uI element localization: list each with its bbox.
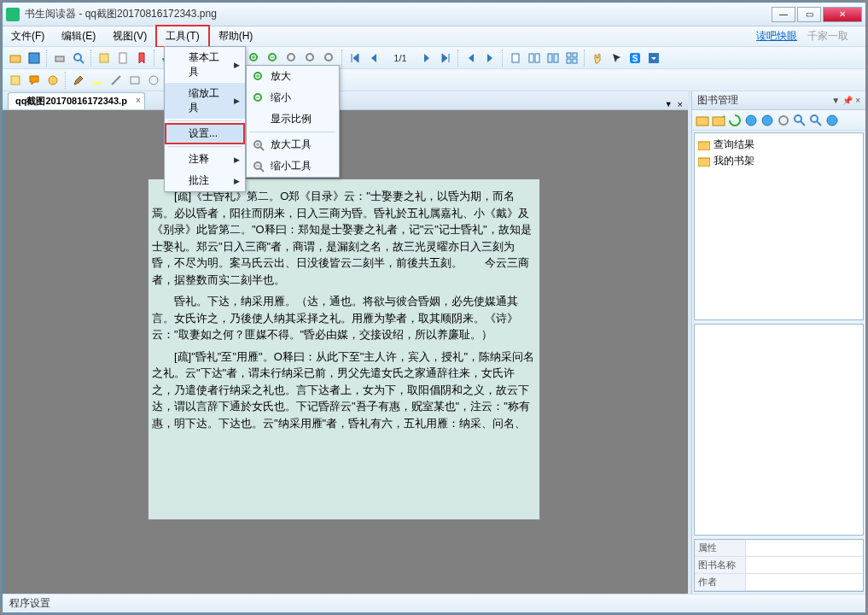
- menu-tools[interactable]: 工具(T): [155, 25, 209, 48]
- pointer-icon[interactable]: [608, 50, 625, 67]
- panel-title: 图书管理: [697, 93, 738, 108]
- layout2-icon[interactable]: [526, 50, 543, 67]
- menu-view[interactable]: 视图(V): [104, 26, 155, 46]
- svg-rect-29: [93, 82, 102, 85]
- highlight-icon[interactable]: [89, 72, 106, 89]
- pen-icon[interactable]: [70, 72, 87, 89]
- tab-close-icon[interactable]: ×: [136, 96, 141, 105]
- svg-line-40: [801, 121, 805, 126]
- svg-point-41: [811, 115, 818, 122]
- next-page-icon[interactable]: [418, 50, 435, 67]
- first-page-icon[interactable]: [347, 50, 364, 67]
- note-icon[interactable]: [7, 72, 24, 89]
- print-icon[interactable]: [51, 50, 68, 67]
- zoom-out-tool-icon: [252, 160, 265, 173]
- props-header: 属性: [695, 540, 746, 556]
- panel-dropdown-icon[interactable]: ▼: [831, 96, 840, 105]
- open-icon[interactable]: [7, 50, 24, 67]
- main-toolbar: 1/1 S: [3, 47, 865, 69]
- search2-icon[interactable]: [793, 114, 807, 127]
- submenu-zoom-in-tool[interactable]: 放大工具: [247, 134, 339, 155]
- props-name-value: [746, 557, 863, 573]
- library-toolbar: +: [692, 110, 865, 131]
- library-tree[interactable]: 查询结果 我的书架: [694, 132, 864, 320]
- svg-rect-0: [10, 56, 20, 62]
- nav-fwd-icon[interactable]: [481, 50, 498, 67]
- stamp-icon[interactable]: [44, 72, 61, 89]
- svg-text:S: S: [632, 54, 638, 63]
- read-link[interactable]: 读吧快眼: [756, 29, 797, 44]
- zoom-more-icon[interactable]: [321, 50, 338, 67]
- globe3-icon[interactable]: [825, 114, 839, 127]
- svg-point-3: [74, 54, 81, 61]
- layout4-icon[interactable]: [563, 50, 580, 67]
- panel-pin-icon[interactable]: 📌: [842, 96, 853, 105]
- submenu-ratio[interactable]: 显示比例: [247, 108, 339, 130]
- svg-rect-16: [529, 54, 533, 62]
- menu-markup[interactable]: 批注▶: [165, 170, 245, 191]
- dropdown-icon[interactable]: [645, 50, 662, 67]
- page-icon[interactable]: [114, 50, 131, 67]
- document-view[interactable]: [疏]《士昏礼》第二。O郑《目录》云："士娶妻之礼，以昏为期，而名焉。必以昏者，…: [3, 110, 688, 594]
- menu-settings[interactable]: 设置...: [165, 123, 245, 144]
- folder-icon[interactable]: [696, 114, 709, 127]
- skype-icon[interactable]: S: [626, 50, 644, 67]
- svg-rect-15: [512, 54, 519, 62]
- tab-close-all-icon[interactable]: ×: [678, 99, 683, 109]
- svg-rect-23: [573, 59, 577, 63]
- submenu-zoom-out-tool[interactable]: 缩小工具: [247, 155, 339, 177]
- circle-icon[interactable]: [145, 72, 162, 89]
- submenu-zoom-in[interactable]: 放大: [247, 66, 339, 87]
- minimize-button[interactable]: —: [772, 7, 795, 22]
- paragraph: [疏]"昏礼"至"用雁"。O释曰：从此下至"主人许，宾入，授礼"，陈纳采问名之礼…: [152, 348, 536, 432]
- rect-icon[interactable]: [126, 72, 143, 89]
- tree-item-search-results[interactable]: 查询结果: [698, 137, 859, 153]
- document-tabs: qq截图20170816172343.p × ▼ ×: [3, 91, 688, 110]
- menu-zoom-tools[interactable]: 缩放工具▶: [165, 83, 245, 119]
- menu-annotate[interactable]: 注释▶: [165, 149, 245, 170]
- document-tab[interactable]: qq截图20170816172343.p ×: [8, 92, 145, 109]
- layout1-icon[interactable]: [507, 50, 524, 67]
- line-icon[interactable]: [108, 72, 125, 89]
- tab-dropdown-icon[interactable]: ▼: [665, 100, 673, 108]
- hand-icon[interactable]: [589, 50, 606, 67]
- submenu-zoom-out[interactable]: 缩小: [247, 87, 339, 108]
- new-folder-icon[interactable]: +: [712, 114, 725, 127]
- search3-icon[interactable]: [809, 114, 823, 127]
- zoom-in-icon[interactable]: [246, 50, 263, 67]
- prev-page-icon[interactable]: [365, 50, 382, 67]
- svg-rect-17: [535, 54, 539, 62]
- save-icon[interactable]: [26, 50, 43, 67]
- zoom-fit-icon[interactable]: [283, 50, 300, 67]
- props-author-value: [746, 574, 863, 590]
- bookmark-icon[interactable]: [133, 50, 150, 67]
- menu-basic-tools[interactable]: 基本工具▶: [165, 47, 245, 83]
- search-icon[interactable]: [70, 50, 87, 67]
- layout3-icon[interactable]: [545, 50, 562, 67]
- comment-icon[interactable]: [26, 72, 43, 89]
- menu-file[interactable]: 文件(F): [3, 26, 53, 46]
- library-list[interactable]: [694, 324, 864, 536]
- svg-rect-21: [573, 53, 577, 57]
- zoom-width-icon[interactable]: [302, 50, 319, 67]
- panel-close-icon[interactable]: ×: [855, 96, 860, 105]
- maximize-button[interactable]: ▭: [797, 7, 821, 22]
- svg-point-32: [149, 76, 158, 85]
- zoom-out-icon[interactable]: [265, 50, 282, 67]
- tree-item-bookshelf[interactable]: 我的书架: [698, 153, 859, 169]
- globe-icon[interactable]: [744, 114, 758, 127]
- menu-edit[interactable]: 编辑(E): [53, 26, 104, 46]
- refresh-icon[interactable]: [728, 114, 742, 127]
- close-button[interactable]: ✕: [823, 7, 862, 22]
- svg-rect-2: [55, 56, 64, 62]
- last-page-icon[interactable]: [437, 50, 454, 67]
- globe2-icon[interactable]: [760, 114, 774, 127]
- window-title: 书生阅读器 - qq截图20170816172343.png: [25, 7, 772, 21]
- svg-line-42: [817, 121, 821, 126]
- props-name-label: 图书名称: [695, 557, 746, 573]
- zoom-submenu: 放大 缩小 显示比例 放大工具 缩小工具: [246, 65, 340, 178]
- sync-icon[interactable]: [777, 114, 790, 127]
- nav-back-icon[interactable]: [463, 50, 480, 67]
- menu-help[interactable]: 帮助(H): [210, 26, 262, 46]
- annotate-icon[interactable]: [96, 50, 113, 67]
